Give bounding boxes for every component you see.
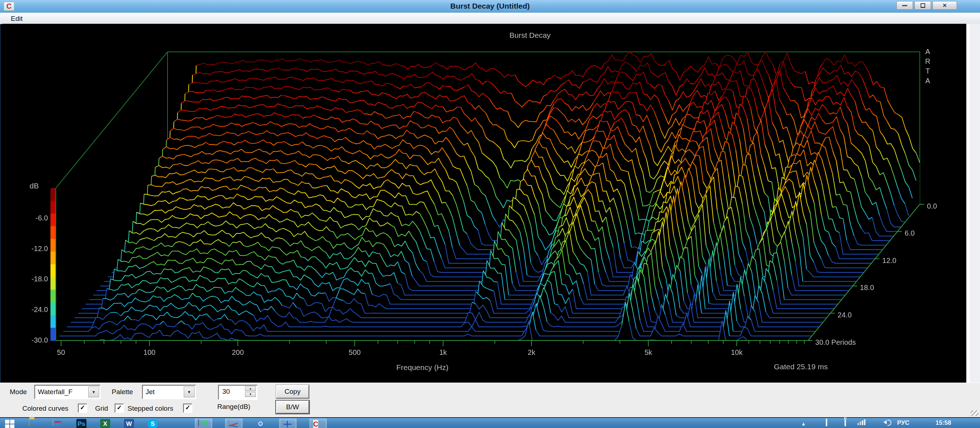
taskbar-item-excel[interactable]: X xyxy=(100,419,110,428)
mode-dropdown[interactable]: Waterfall_F ▼ xyxy=(34,385,100,399)
graph-icon xyxy=(228,419,229,426)
clock[interactable]: 15:58 xyxy=(936,419,951,426)
taskbar-item-photoshop[interactable]: Ps xyxy=(76,419,86,428)
folder-icon xyxy=(29,418,30,425)
minimize-button[interactable] xyxy=(896,1,913,10)
taskbar: Ps X W S C ▴ РУС 15:58 xyxy=(0,417,980,428)
spectrum-analyzer-icon xyxy=(198,419,199,426)
resize-grip[interactable] xyxy=(970,410,978,416)
taskbar-item-skype[interactable]: S xyxy=(148,419,158,428)
range-value: 30 xyxy=(222,388,230,396)
palette-value: Jet xyxy=(143,388,184,396)
arta-burst-decay-window: C Burst Decay (Untitled) × Edit Burst De… xyxy=(0,0,980,428)
media-player-icon xyxy=(52,418,53,425)
gated-time-label: Gated 25.19 ms xyxy=(774,363,827,371)
stepped-colors-checkbox[interactable]: ✓ xyxy=(183,404,192,413)
range-spinner[interactable]: 30 ▲ ▼ xyxy=(218,385,258,400)
arta-watermark: A R T A xyxy=(922,47,934,86)
close-icon: × xyxy=(943,2,947,9)
menu-edit[interactable]: Edit xyxy=(8,14,25,24)
window-title: Burst Decay (Untitled) xyxy=(0,2,980,10)
display-tray-icon[interactable] xyxy=(826,419,827,426)
copy-button[interactable]: Copy xyxy=(276,385,309,398)
taskbar-item-explorer[interactable] xyxy=(29,419,39,428)
mode-dropdown-arrow-icon[interactable]: ▼ xyxy=(88,387,99,398)
range-label: Range(dB) xyxy=(217,403,250,411)
taskbar-item-media-player[interactable] xyxy=(52,419,63,428)
bw-button[interactable]: B/W xyxy=(276,401,309,414)
palette-dropdown[interactable]: Jet ▼ xyxy=(142,385,196,399)
windows-logo-icon xyxy=(5,419,16,428)
word-icon: W xyxy=(124,419,134,428)
menu-bar: Edit xyxy=(0,13,980,24)
skype-icon: S xyxy=(148,419,158,428)
close-button[interactable]: × xyxy=(932,1,957,10)
arta-app-icon: C xyxy=(313,420,318,428)
freq-axis-title: Frequency (Hz) xyxy=(396,363,449,372)
taskbar-item-arta[interactable]: C xyxy=(310,419,326,428)
taskbar-item-graph-tool[interactable] xyxy=(226,419,242,428)
taskbar-item-arta-spectrum[interactable] xyxy=(195,419,212,428)
language-indicator[interactable]: РУС xyxy=(897,419,909,426)
usb-tray-icon[interactable] xyxy=(845,419,846,426)
control-panel: Mode Waterfall_F ▼ Palette Jet ▼ 30 ▲ ▼ … xyxy=(0,383,980,418)
start-button[interactable] xyxy=(5,419,15,428)
title-bar[interactable]: C Burst Decay (Untitled) × xyxy=(0,0,980,13)
restore-button[interactable] xyxy=(915,1,931,10)
mode-label: Mode xyxy=(10,388,27,396)
oscilloscope-icon xyxy=(282,419,283,426)
plot-title: Burst Decay xyxy=(509,31,550,40)
range-spin-up-icon[interactable]: ▲ xyxy=(245,386,256,391)
colored-curves-checkbox[interactable]: ✓ xyxy=(78,404,87,413)
colored-curves-label: Colored curves xyxy=(22,404,68,412)
db-axis-title: dB xyxy=(30,181,39,190)
network-tray-icon[interactable] xyxy=(858,419,865,425)
hidden-icons-chevron[interactable]: ▴ xyxy=(802,420,805,427)
range-spin-down-icon[interactable]: ▼ xyxy=(245,392,256,397)
palette-dropdown-arrow-icon[interactable]: ▼ xyxy=(184,387,194,398)
restore-icon xyxy=(921,3,925,8)
mode-value: Waterfall_F xyxy=(35,388,88,396)
excel-icon: X xyxy=(100,419,110,428)
taskbar-item-oscilloscope[interactable] xyxy=(280,419,296,428)
palette-label: Palette xyxy=(112,388,133,396)
minimize-icon xyxy=(902,5,907,6)
plot-area: Burst Decay A R T A dB Frequency (Hz) Ga… xyxy=(2,24,966,383)
taskbar-item-chrome[interactable] xyxy=(256,419,266,428)
waterfall-canvas xyxy=(2,24,966,383)
photoshop-icon: Ps xyxy=(76,419,86,428)
right-edge-strip xyxy=(966,24,980,383)
stepped-colors-label: Stepped colors xyxy=(127,404,173,412)
taskbar-item-word[interactable]: W xyxy=(124,419,134,428)
grid-label: Grid xyxy=(95,404,108,412)
grid-checkbox[interactable]: ✓ xyxy=(115,404,124,413)
taskbar-item-visual-studio[interactable] xyxy=(172,419,181,428)
